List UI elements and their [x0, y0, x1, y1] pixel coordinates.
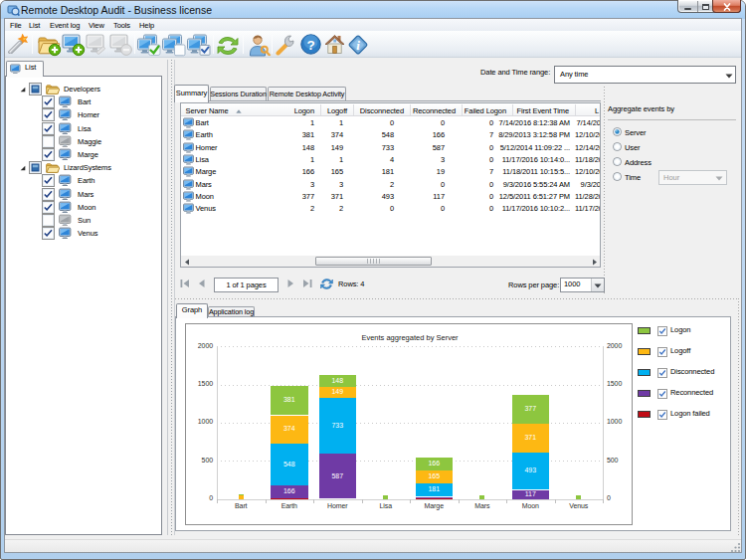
svg-text:i: i: [356, 38, 360, 53]
svg-text:?: ?: [306, 38, 314, 53]
